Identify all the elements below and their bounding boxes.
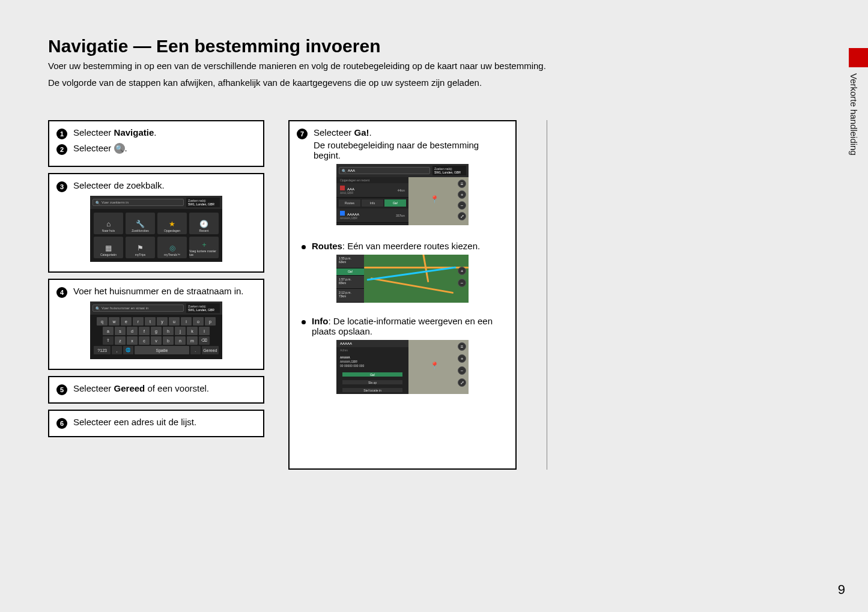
side-tab-marker xyxy=(849,48,868,67)
intro-line-2: De volgorde van de stappen kan afwijken,… xyxy=(48,76,832,90)
tile-saved: ★Opgeslagen xyxy=(157,213,187,234)
side-tab: Verkorte handleiding xyxy=(849,48,868,156)
step-2: 2 Selecteer 🔍. xyxy=(56,143,256,155)
tile-tools: 🔧Zoekfuncties xyxy=(126,213,155,234)
page-content: Navigatie — Een bestemming invoeren Voer… xyxy=(48,36,832,588)
step-badge-7: 7 xyxy=(297,129,308,139)
step1-bold: Navigatie xyxy=(114,127,154,138)
step-6: 6 Selecteer een adres uit de lijst. xyxy=(56,417,256,429)
step5-bold: Gereed xyxy=(114,383,145,393)
step4-text: Voer het huisnummer en de straatnaam in. xyxy=(73,286,256,296)
map-layers-icon: ≡ xyxy=(458,342,466,351)
step7-bold: Ga! xyxy=(354,127,369,138)
step-6-box: 6 Selecteer een adres uit de lijst. xyxy=(48,410,264,437)
step5-pre: Selecteer xyxy=(73,383,114,393)
step-4-box: 4 Voer het huisnummer en de straatnaam i… xyxy=(48,279,264,370)
tile-mytrends: ◎myTrends™ xyxy=(157,237,187,258)
zoom-in-icon: + xyxy=(458,190,466,199)
step1-pre: Selecteer xyxy=(73,127,114,138)
step6-text: Selecteer een adres uit de lijst. xyxy=(73,417,256,427)
step-badge-4: 4 xyxy=(56,287,67,298)
step-5: 5 Selecteer Gereed of een voorstel. xyxy=(56,383,256,395)
step7-line2: De routebegeleiding naar de bestemming b… xyxy=(314,140,508,160)
step-badge-1: 1 xyxy=(56,129,67,139)
step-badge-3: 3 xyxy=(56,181,67,192)
zoom-out-icon: − xyxy=(458,366,466,375)
page-title: Navigatie — Een bestemming invoeren xyxy=(48,36,832,56)
intro-line-1: Voer uw bestemming in op een van de vers… xyxy=(48,59,832,73)
expand-icon: ⤢ xyxy=(458,378,466,387)
tile-shortcut: ＋Voeg kortere manier toe xyxy=(189,237,219,258)
page-number: 9 xyxy=(838,582,845,598)
tile-home: ⌂Naar huis xyxy=(94,213,123,234)
step-badge-5: 5 xyxy=(56,384,67,395)
step2-pre: Selecteer xyxy=(73,143,114,153)
left-column: 1 Selecteer Navigatie. 2 Selecteer 🔍. 3 … xyxy=(48,120,264,470)
step1-post: . xyxy=(154,127,156,138)
step-1: 1 Selecteer Navigatie. xyxy=(56,127,256,139)
screenshot-info: AAAAA Adres AAAAA AAAAA,GBR 00 00000 000… xyxy=(336,340,469,394)
searchbar: 🔍 Voer zoekterm in xyxy=(93,199,184,206)
zoom-out-icon: − xyxy=(458,201,466,210)
map-pin-icon: 📍 xyxy=(430,195,439,204)
screenshot-search: 🔍 Voer zoekterm in Zoeken nabij: SW1, Lo… xyxy=(90,196,222,262)
step2-post: . xyxy=(125,143,127,153)
screenshot-go: 🔍 AAA Zoeken nabij: SW1, Londen, GBR Opg… xyxy=(336,164,469,225)
step-3: 3 Selecteer de zoekbalk. xyxy=(56,180,256,192)
screenshot-keyboard: 🔍 Voer huisnummer en straat in Zoeken na… xyxy=(90,301,222,359)
tile-recent: 🕘Recent xyxy=(189,213,219,234)
kb-searchbar: 🔍 Voer huisnummer en straat in xyxy=(93,304,184,312)
step-badge-6: 6 xyxy=(56,418,67,429)
step-7: 7 Selecteer Ga!. De routebegeleiding naa… xyxy=(297,127,508,160)
step7-pre: Selecteer xyxy=(314,127,354,138)
screenshot-routes: 1:55 p.m.63km Ga! 1:57 p.m.65km 2:12 p.m… xyxy=(336,255,469,303)
column-divider xyxy=(547,120,547,470)
map-pin-icon: 📍 xyxy=(430,362,439,370)
step5-post: of een voorstel. xyxy=(145,383,209,393)
step7-post: . xyxy=(369,127,372,138)
bullet-info: Info: De locatie-informatie weergeven en… xyxy=(302,316,508,336)
step-4: 4 Voer het huisnummer en de straatnaam i… xyxy=(56,286,256,298)
right-column: 7 Selecteer Ga!. De routebegeleiding naa… xyxy=(288,120,517,470)
step-5-box: 5 Selecteer Gereed of een voorstel. xyxy=(48,376,264,404)
tile-mytrips: ⚑myTrips xyxy=(126,237,155,258)
map-layers-icon: ≡ xyxy=(458,180,466,188)
zoom-in-icon: + xyxy=(458,354,466,363)
search-icon: 🔍 xyxy=(114,143,125,154)
zoom-out-icon: − xyxy=(458,279,466,287)
step-3-box: 3 Selecteer de zoekbalk. 🔍 Voer zoekterm… xyxy=(48,173,264,273)
step-badge-2: 2 xyxy=(56,144,67,155)
steps-1-2-box: 1 Selecteer Navigatie. 2 Selecteer 🔍. xyxy=(48,120,264,167)
zoom-in-icon: + xyxy=(458,267,466,275)
tile-categories: ▦Categorieën xyxy=(94,237,123,258)
bullet-routes: Routes: Eén van meerdere routes kiezen. xyxy=(302,241,508,251)
step3-text: Selecteer de zoekbalk. xyxy=(73,180,256,190)
side-tab-label: Verkorte handleiding xyxy=(849,67,859,156)
step-7-box: 7 Selecteer Ga!. De routebegeleiding naa… xyxy=(288,120,517,470)
expand-icon: ⤢ xyxy=(458,212,466,220)
